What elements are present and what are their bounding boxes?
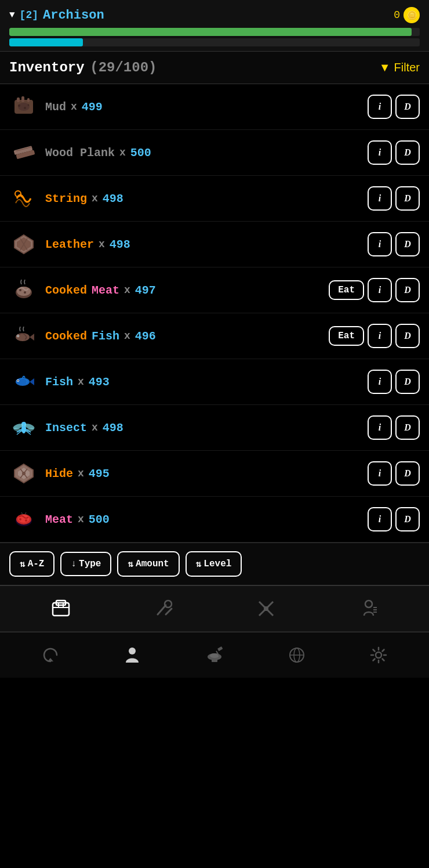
nav-map[interactable] xyxy=(282,641,311,670)
nav-settings[interactable] xyxy=(364,641,393,670)
item-name: Wood Plank xyxy=(45,146,115,160)
eat-button[interactable]: Eat xyxy=(329,280,364,300)
mana-bar-fill xyxy=(9,38,83,46)
info-button[interactable]: i xyxy=(368,278,392,302)
item-name: Insect xyxy=(45,421,87,435)
nav-inventory[interactable] xyxy=(46,594,75,623)
info-button[interactable]: i xyxy=(368,186,392,211)
svg-point-53 xyxy=(165,601,172,607)
nav-anvil[interactable] xyxy=(200,641,229,670)
svg-point-72 xyxy=(376,652,381,658)
item-actions-mud: i D xyxy=(368,95,420,119)
svg-line-54 xyxy=(166,609,172,614)
info-button[interactable]: i xyxy=(368,140,392,165)
sort-amount-button[interactable]: ⇅ Amount xyxy=(117,551,179,577)
sort-bar: ⇅ A-Z ↓ Type ⇅ Amount ⇅ Level xyxy=(0,542,429,585)
mana-bar-track xyxy=(9,38,420,46)
drop-button[interactable]: D xyxy=(395,461,420,486)
svg-point-21 xyxy=(16,333,30,341)
sort-level-icon: ⇅ xyxy=(196,558,202,570)
list-item: Wood Plank x 500 i D xyxy=(0,130,429,176)
item-qty: 499 xyxy=(82,100,103,114)
coin-section: 0 🪙 xyxy=(394,7,420,23)
item-qty: 493 xyxy=(89,375,110,389)
svg-point-41 xyxy=(22,472,26,475)
item-name-part1: Cooked xyxy=(45,284,87,297)
drop-button[interactable]: D xyxy=(395,232,420,256)
item-separator: x xyxy=(71,101,77,113)
drop-button[interactable]: D xyxy=(395,186,420,211)
sort-amount-label: Amount xyxy=(136,559,169,569)
item-separator: x xyxy=(78,468,84,479)
item-icon-insect xyxy=(9,413,38,442)
stat-bars xyxy=(9,28,420,46)
drop-button[interactable]: D xyxy=(395,278,420,302)
drop-button[interactable]: D xyxy=(395,140,420,165)
list-item: Cooked Meat x 497 Eat i D xyxy=(0,267,429,313)
sort-az-button[interactable]: ⇅ A-Z xyxy=(9,551,54,577)
svg-point-18 xyxy=(17,287,31,296)
item-icon-cooked-fish xyxy=(9,321,38,350)
svg-point-57 xyxy=(264,606,268,611)
eat-button[interactable]: Eat xyxy=(329,326,364,346)
item-info-leather: Leather x 498 xyxy=(45,238,361,251)
item-icon-hide xyxy=(9,459,38,488)
sort-level-button[interactable]: ⇅ Level xyxy=(186,551,242,577)
item-name-part2: Fish xyxy=(92,330,119,343)
item-name: Leather xyxy=(45,238,94,251)
drop-button[interactable]: D xyxy=(395,370,420,394)
info-button[interactable]: i xyxy=(368,461,392,486)
nav-character[interactable] xyxy=(118,641,147,670)
item-qty: 495 xyxy=(89,467,110,480)
info-button[interactable]: i xyxy=(368,370,392,394)
item-name: Meat xyxy=(45,513,73,526)
filter-chevron: ▼ xyxy=(379,61,391,74)
sort-type-button[interactable]: ↓ Type xyxy=(60,552,111,576)
nav-skills[interactable] xyxy=(354,594,383,623)
drop-button[interactable]: D xyxy=(395,95,420,119)
filter-button[interactable]: ▼ Filter xyxy=(379,61,420,74)
svg-rect-67 xyxy=(217,646,223,651)
item-actions-string: i D xyxy=(368,186,420,211)
list-item: Insect x 498 i D xyxy=(0,405,429,451)
nav-crafting[interactable] xyxy=(149,594,178,623)
svg-point-63 xyxy=(129,648,136,654)
svg-point-4 xyxy=(28,104,30,106)
dropdown-chevron[interactable]: ▼ xyxy=(9,10,15,20)
sort-level-label: Level xyxy=(203,559,231,569)
item-name-part2: Meat xyxy=(92,284,119,297)
nav-combat[interactable] xyxy=(252,594,281,623)
info-button[interactable]: i xyxy=(368,95,392,119)
inventory-title-area: Inventory (29/100) xyxy=(9,60,157,75)
character-name: Archison xyxy=(43,8,104,23)
svg-point-58 xyxy=(365,601,372,607)
drop-button[interactable]: D xyxy=(395,507,420,531)
item-icon-meat xyxy=(9,505,38,534)
item-info-insect: Insect x 498 xyxy=(45,421,361,435)
top-header: ▼ [2] Archison 0 🪙 xyxy=(0,0,429,52)
coin-icon: 🪙 xyxy=(403,7,420,23)
svg-rect-65 xyxy=(212,659,217,662)
info-button[interactable]: i xyxy=(368,507,392,531)
item-name: Fish xyxy=(45,375,73,389)
item-actions-wood-plank: i D xyxy=(368,140,420,165)
info-button[interactable]: i xyxy=(368,232,392,256)
list-item: Fish x 493 i D xyxy=(0,359,429,405)
level-badge: [2] xyxy=(20,9,38,21)
info-button[interactable]: i xyxy=(368,415,392,440)
item-name-part1: Cooked xyxy=(45,330,87,343)
item-info-hide: Hide x 495 xyxy=(45,467,361,480)
svg-rect-7 xyxy=(27,98,30,102)
drop-button[interactable]: D xyxy=(395,324,420,348)
item-actions-fish: i D xyxy=(368,370,420,394)
info-button[interactable]: i xyxy=(368,324,392,348)
svg-point-2 xyxy=(18,104,20,107)
item-info-string: String x 498 xyxy=(45,192,361,205)
item-separator: x xyxy=(92,193,98,204)
inventory-count: (29/100) xyxy=(90,60,157,75)
coin-count: 0 xyxy=(394,9,400,21)
nav-refresh[interactable] xyxy=(36,641,65,670)
item-separator: x xyxy=(119,147,126,158)
sort-amount-icon: ⇅ xyxy=(128,558,133,570)
drop-button[interactable]: D xyxy=(395,415,420,440)
